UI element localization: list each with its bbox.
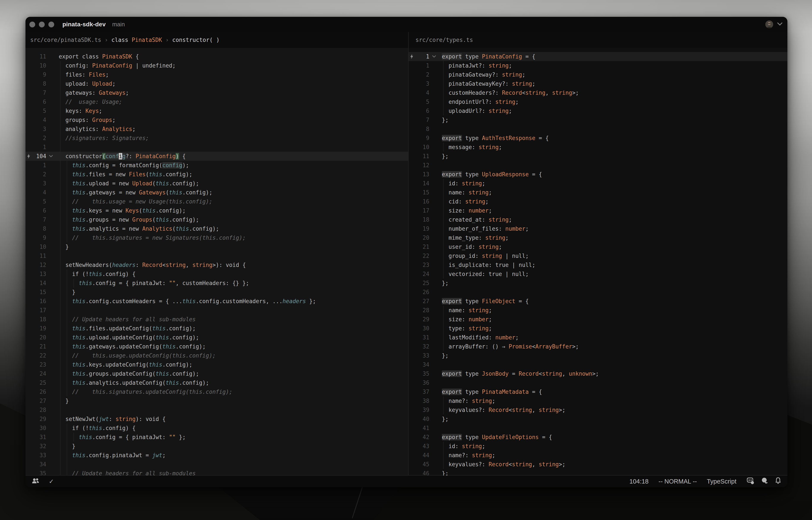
code-row[interactable]: 14 this.config = { pinataJwt: "", custom… — [25, 279, 408, 288]
language-indicator[interactable]: TypeScript — [707, 478, 736, 485]
minimize-button[interactable] — [39, 22, 45, 27]
code-row[interactable]: 23 is_duplicate: true | null; — [409, 260, 787, 269]
code-row[interactable]: 7}; — [409, 115, 787, 125]
code-row[interactable]: 8 upload: Upload; — [25, 79, 408, 88]
code-row[interactable]: 3 analytics: Analytics; — [25, 125, 408, 134]
code-row[interactable]: 2 pinataGateway?: string; — [409, 70, 787, 79]
code-row[interactable]: 24 vectorized: true | null; — [409, 269, 787, 279]
code-row[interactable]: 27export type FileObject = { — [409, 297, 787, 306]
code-row[interactable]: 16 cid: string; — [409, 197, 787, 206]
code-row[interactable]: 41 — [409, 423, 787, 433]
code-row[interactable]: 5 keys: Keys; — [25, 106, 408, 115]
zoom-button[interactable] — [48, 22, 54, 27]
pane-separator[interactable] — [408, 32, 409, 475]
fold-chevron-icon[interactable] — [46, 152, 56, 161]
code-row[interactable]: 30 if (!this.config) { — [25, 423, 408, 433]
code-row[interactable]: 1 this.config = formatConfig(config); — [25, 161, 408, 170]
code-row[interactable]: 13 if (!this.config) { — [25, 269, 408, 279]
breadcrumb-right[interactable]: src/core/types.ts — [416, 32, 473, 48]
code-row[interactable]: 6 // usage: Usage; — [25, 97, 408, 106]
code-row[interactable]: 32 } — [25, 442, 408, 451]
code-row[interactable]: 19 number_of_files: number; — [409, 224, 787, 233]
code-row[interactable]: 29 size: number; — [409, 315, 787, 324]
code-row[interactable]: 38 name?: string; — [409, 396, 787, 406]
code-row[interactable]: 33 this.config.pinataJwt = jwt; — [25, 451, 408, 460]
code-row[interactable]: 6 uploadUrl?: string; — [409, 106, 787, 115]
code-row[interactable]: 5 // this.usage = new Usage(this.config)… — [25, 197, 408, 206]
code-row[interactable]: 10 config: PinataConfig | undefined; — [25, 61, 408, 70]
code-row[interactable]: 16 this.config.customHeaders = { ...this… — [25, 297, 408, 306]
code-row[interactable]: 13export type UploadResponse = { — [409, 170, 787, 179]
code-row[interactable]: 32 arrayBuffer: () ⇒ Promise<ArrayBuffer… — [409, 342, 787, 351]
code-row[interactable]: 12 setNewHeaders(headers: Record<string,… — [25, 260, 408, 269]
code-row[interactable]: 3 pinataGatewayKey?: string; — [409, 79, 787, 88]
code-row[interactable]: 11}; — [409, 152, 787, 161]
code-row[interactable]: 25 this.analytics.updateConfig(this.conf… — [25, 378, 408, 387]
code-row[interactable]: 26 — [409, 288, 787, 297]
code-row[interactable]: 17 size: number; — [409, 206, 787, 215]
editor-right-pane[interactable]: 1export type PinataConfig = {1 pinataJwt… — [409, 48, 787, 475]
editor-left-pane[interactable]: 11export class PinataSDK {10 config: Pin… — [25, 48, 408, 475]
code-row[interactable]: 1 — [25, 142, 408, 152]
check-icon[interactable]: ✓ — [49, 478, 54, 485]
code-row[interactable]: 42export type UpdateFileOptions = { — [409, 433, 787, 442]
code-row[interactable]: 28 — [25, 406, 408, 415]
code-row[interactable]: 11export class PinataSDK { — [25, 52, 408, 61]
code-row[interactable]: 45 keyvalues?: Record<string, string>; — [409, 460, 787, 469]
code-row[interactable]: 35export type JsonBody = Record<string, … — [409, 369, 787, 378]
code-row[interactable]: 19 this.files.updateConfig(this.config); — [25, 324, 408, 333]
code-row[interactable]: 3 this.upload = new Upload(this.config); — [25, 179, 408, 188]
code-row[interactable]: 5 endpointUrl?: string; — [409, 97, 787, 106]
code-row[interactable]: 40}; — [409, 415, 787, 423]
people-icon[interactable] — [32, 478, 39, 485]
code-row[interactable]: 10 } — [25, 242, 408, 251]
chat-icon[interactable] — [761, 477, 768, 486]
code-row[interactable]: 35 // Update headers for all sub-modules — [25, 469, 408, 475]
code-row[interactable]: 34 — [25, 460, 408, 469]
code-row[interactable]: 2 //signatures: Signatures; — [25, 134, 408, 142]
code-row[interactable]: 18 created_at: string; — [409, 215, 787, 224]
code-row[interactable]: 12 — [409, 161, 787, 170]
code-row[interactable]: 14 id: string; — [409, 179, 787, 188]
code-row[interactable]: 43 id: string; — [409, 442, 787, 451]
bell-icon[interactable] — [775, 477, 781, 486]
code-row[interactable]: 11 — [25, 251, 408, 260]
code-row[interactable]: 9export type AuthTestResponse = { — [409, 134, 787, 142]
code-row[interactable]: 29 setNewJwt(jwt: string): void { — [25, 415, 408, 423]
code-row[interactable]: 46}; — [409, 469, 787, 475]
code-row[interactable]: 21 user_id: string; — [409, 242, 787, 251]
code-row[interactable]: 21 this.gateways.updateConfig(this.confi… — [25, 342, 408, 351]
code-row[interactable]: 15 name: string; — [409, 188, 787, 197]
code-row[interactable]: 8 — [409, 125, 787, 134]
code-row[interactable]: 31 this.config = { pinataJwt: "" }; — [25, 433, 408, 442]
code-row[interactable]: 104 constructor(config?: PinataConfig) { — [25, 152, 408, 161]
code-row[interactable]: 17 — [25, 306, 408, 315]
close-button[interactable] — [29, 22, 35, 27]
code-row[interactable]: 28 name: string; — [409, 306, 787, 315]
code-row[interactable]: 20 mime_type: string; — [409, 233, 787, 242]
code-row[interactable]: 20 this.upload.updateConfig(this.config)… — [25, 333, 408, 342]
copilot-icon[interactable] — [746, 477, 755, 486]
code-row[interactable]: 6 this.keys = new Keys(this.config); — [25, 206, 408, 215]
code-row[interactable]: 15 } — [25, 288, 408, 297]
code-row[interactable]: 26 // this.signatures.updateConfig(this.… — [25, 387, 408, 396]
breadcrumb-left[interactable]: src/core/pinataSDK.ts › class PinataSDK … — [30, 32, 220, 48]
code-row[interactable]: 22 // this.usage.updateConfig(this.confi… — [25, 351, 408, 360]
code-row[interactable]: 39 keyvalues?: Record<string, string>; — [409, 406, 787, 415]
code-row[interactable]: 18 // Update headers for all sub-modules — [25, 315, 408, 324]
fold-chevron-icon[interactable] — [429, 52, 439, 61]
code-row[interactable]: 7 gateways: Gateways; — [25, 88, 408, 97]
code-row[interactable]: 31 lastModified: number; — [409, 333, 787, 342]
code-row[interactable]: 33}; — [409, 351, 787, 360]
code-row[interactable]: 2 this.files = new Files(this.config); — [25, 170, 408, 179]
code-row[interactable]: 4 this.gateways = new Gateways(this.conf… — [25, 188, 408, 197]
code-row[interactable]: 34 — [409, 360, 787, 369]
code-row[interactable]: 10 message: string; — [409, 142, 787, 152]
code-row[interactable]: 23 this.keys.updateConfig(this.config); — [25, 360, 408, 369]
code-row[interactable]: 24 this.groups.updateConfig(this.config)… — [25, 369, 408, 378]
chevron-down-icon[interactable] — [777, 22, 783, 27]
code-row[interactable]: 27 } — [25, 396, 408, 406]
code-row[interactable]: 9 // this.signatures = new Signatures(th… — [25, 233, 408, 242]
code-row[interactable]: 44 name?: string; — [409, 451, 787, 460]
code-row[interactable]: 9 files: Files; — [25, 70, 408, 79]
